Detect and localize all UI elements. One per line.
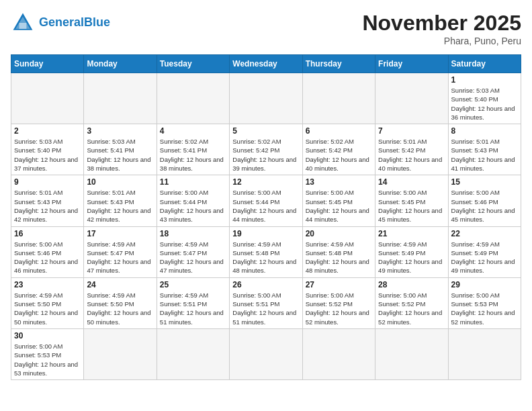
calendar-cell [302, 73, 375, 124]
calendar-week-0: 1Sunrise: 5:03 AM Sunset: 5:40 PM Daylig… [11, 73, 521, 124]
day-number: 15 [451, 177, 518, 187]
day-number: 10 [87, 177, 153, 187]
weekday-sunday: Sunday [11, 55, 84, 73]
calendar-cell: 16Sunrise: 5:00 AM Sunset: 5:46 PM Dayli… [11, 226, 84, 277]
calendar-week-3: 16Sunrise: 5:00 AM Sunset: 5:46 PM Dayli… [11, 226, 521, 277]
calendar-cell: 26Sunrise: 5:00 AM Sunset: 5:51 PM Dayli… [230, 277, 302, 328]
day-number: 11 [160, 177, 226, 187]
calendar-cell: 17Sunrise: 4:59 AM Sunset: 5:47 PM Dayli… [84, 226, 157, 277]
day-number: 24 [87, 280, 153, 289]
day-info: Sunrise: 5:00 AM Sunset: 5:52 PM Dayligh… [378, 291, 445, 326]
day-number: 8 [451, 126, 518, 136]
day-number: 9 [14, 177, 81, 187]
weekday-thursday: Thursday [302, 55, 375, 73]
calendar-cell: 4Sunrise: 5:02 AM Sunset: 5:41 PM Daylig… [157, 124, 229, 175]
calendar-cell: 2Sunrise: 5:03 AM Sunset: 5:40 PM Daylig… [11, 124, 84, 175]
day-info: Sunrise: 5:00 AM Sunset: 5:45 PM Dayligh… [378, 188, 445, 224]
weekday-friday: Friday [375, 55, 448, 73]
day-number: 18 [160, 229, 226, 238]
day-number: 13 [306, 177, 372, 187]
calendar-week-1: 2Sunrise: 5:03 AM Sunset: 5:40 PM Daylig… [11, 124, 521, 175]
calendar-cell: 1Sunrise: 5:03 AM Sunset: 5:40 PM Daylig… [448, 73, 521, 124]
calendar-cell: 3Sunrise: 5:03 AM Sunset: 5:41 PM Daylig… [84, 124, 157, 175]
day-number: 20 [306, 229, 372, 238]
day-number: 17 [87, 229, 153, 238]
calendar-week-2: 9Sunrise: 5:01 AM Sunset: 5:43 PM Daylig… [11, 175, 521, 226]
day-number: 6 [306, 126, 372, 136]
calendar-cell: 14Sunrise: 5:00 AM Sunset: 5:45 PM Dayli… [375, 175, 448, 226]
day-number: 7 [378, 126, 445, 136]
day-number: 14 [378, 177, 445, 187]
calendar-cell: 12Sunrise: 5:00 AM Sunset: 5:44 PM Dayli… [230, 175, 302, 226]
calendar-cell: 30Sunrise: 5:00 AM Sunset: 5:53 PM Dayli… [11, 328, 84, 379]
day-info: Sunrise: 4:59 AM Sunset: 5:49 PM Dayligh… [378, 240, 445, 275]
day-info: Sunrise: 5:00 AM Sunset: 5:52 PM Dayligh… [306, 291, 372, 326]
day-info: Sunrise: 5:00 AM Sunset: 5:44 PM Dayligh… [232, 188, 299, 224]
calendar-cell: 28Sunrise: 5:00 AM Sunset: 5:52 PM Dayli… [375, 277, 448, 328]
title-block: November 2025 Phara, Puno, Peru [362, 11, 521, 46]
month-title: November 2025 [362, 11, 521, 36]
calendar-table: SundayMondayTuesdayWednesdayThursdayFrid… [11, 54, 521, 380]
svg-rect-2 [19, 23, 27, 29]
calendar-cell: 18Sunrise: 4:59 AM Sunset: 5:47 PM Dayli… [157, 226, 229, 277]
calendar-cell [230, 73, 302, 124]
day-info: Sunrise: 4:59 AM Sunset: 5:50 PM Dayligh… [87, 291, 153, 326]
day-info: Sunrise: 4:59 AM Sunset: 5:47 PM Dayligh… [87, 240, 153, 275]
day-number: 4 [160, 126, 226, 136]
weekday-wednesday: Wednesday [230, 55, 302, 73]
day-info: Sunrise: 5:00 AM Sunset: 5:51 PM Dayligh… [232, 291, 299, 326]
calendar-cell: 9Sunrise: 5:01 AM Sunset: 5:43 PM Daylig… [11, 175, 84, 226]
day-info: Sunrise: 5:00 AM Sunset: 5:45 PM Dayligh… [306, 188, 372, 224]
calendar-cell: 5Sunrise: 5:02 AM Sunset: 5:42 PM Daylig… [230, 124, 302, 175]
day-number: 2 [14, 126, 81, 136]
calendar-cell [302, 328, 375, 379]
calendar-cell: 13Sunrise: 5:00 AM Sunset: 5:45 PM Dayli… [302, 175, 375, 226]
day-number: 19 [232, 229, 299, 238]
day-info: Sunrise: 5:00 AM Sunset: 5:46 PM Dayligh… [14, 240, 81, 275]
day-info: Sunrise: 5:03 AM Sunset: 5:41 PM Dayligh… [87, 137, 153, 173]
day-info: Sunrise: 4:59 AM Sunset: 5:48 PM Dayligh… [306, 240, 372, 275]
day-number: 29 [451, 280, 518, 289]
day-number: 16 [14, 229, 81, 238]
calendar-cell: 7Sunrise: 5:01 AM Sunset: 5:42 PM Daylig… [375, 124, 448, 175]
day-info: Sunrise: 4:59 AM Sunset: 5:50 PM Dayligh… [14, 291, 81, 326]
day-number: 22 [451, 229, 518, 238]
calendar-cell: 11Sunrise: 5:00 AM Sunset: 5:44 PM Dayli… [157, 175, 229, 226]
day-info: Sunrise: 5:01 AM Sunset: 5:43 PM Dayligh… [87, 188, 153, 224]
calendar-week-5: 30Sunrise: 5:00 AM Sunset: 5:53 PM Dayli… [11, 328, 521, 379]
day-number: 23 [14, 280, 81, 289]
calendar-cell: 22Sunrise: 4:59 AM Sunset: 5:49 PM Dayli… [448, 226, 521, 277]
day-info: Sunrise: 4:59 AM Sunset: 5:49 PM Dayligh… [451, 240, 518, 275]
day-info: Sunrise: 5:01 AM Sunset: 5:42 PM Dayligh… [378, 137, 445, 173]
calendar-cell [375, 328, 448, 379]
day-info: Sunrise: 4:59 AM Sunset: 5:48 PM Dayligh… [232, 240, 299, 275]
day-info: Sunrise: 5:03 AM Sunset: 5:40 PM Dayligh… [14, 137, 81, 173]
weekday-saturday: Saturday [448, 55, 521, 73]
calendar-cell [375, 73, 448, 124]
logo: GeneralBlue [11, 11, 110, 35]
day-number: 3 [87, 126, 153, 136]
calendar-cell: 23Sunrise: 4:59 AM Sunset: 5:50 PM Dayli… [11, 277, 84, 328]
logo-text: GeneralBlue [39, 16, 110, 30]
calendar-cell: 21Sunrise: 4:59 AM Sunset: 5:49 PM Dayli… [375, 226, 448, 277]
calendar-cell: 24Sunrise: 4:59 AM Sunset: 5:50 PM Dayli… [84, 277, 157, 328]
calendar-cell [157, 73, 229, 124]
day-info: Sunrise: 5:03 AM Sunset: 5:40 PM Dayligh… [451, 86, 518, 122]
day-info: Sunrise: 5:00 AM Sunset: 5:46 PM Dayligh… [451, 188, 518, 224]
calendar-cell: 10Sunrise: 5:01 AM Sunset: 5:43 PM Dayli… [84, 175, 157, 226]
calendar-cell [84, 328, 157, 379]
calendar-cell: 20Sunrise: 4:59 AM Sunset: 5:48 PM Dayli… [302, 226, 375, 277]
calendar-cell: 8Sunrise: 5:01 AM Sunset: 5:43 PM Daylig… [448, 124, 521, 175]
day-number: 25 [160, 280, 226, 289]
calendar-cell: 27Sunrise: 5:00 AM Sunset: 5:52 PM Dayli… [302, 277, 375, 328]
weekday-tuesday: Tuesday [157, 55, 229, 73]
day-info: Sunrise: 4:59 AM Sunset: 5:51 PM Dayligh… [160, 291, 226, 326]
calendar-cell [11, 73, 84, 124]
day-number: 27 [306, 280, 372, 289]
day-info: Sunrise: 5:01 AM Sunset: 5:43 PM Dayligh… [14, 188, 81, 224]
calendar-cell: 29Sunrise: 5:00 AM Sunset: 5:53 PM Dayli… [448, 277, 521, 328]
calendar-cell [230, 328, 302, 379]
day-info: Sunrise: 5:00 AM Sunset: 5:53 PM Dayligh… [14, 342, 81, 377]
calendar-body: 1Sunrise: 5:03 AM Sunset: 5:40 PM Daylig… [11, 73, 521, 380]
day-info: Sunrise: 4:59 AM Sunset: 5:47 PM Dayligh… [160, 240, 226, 275]
